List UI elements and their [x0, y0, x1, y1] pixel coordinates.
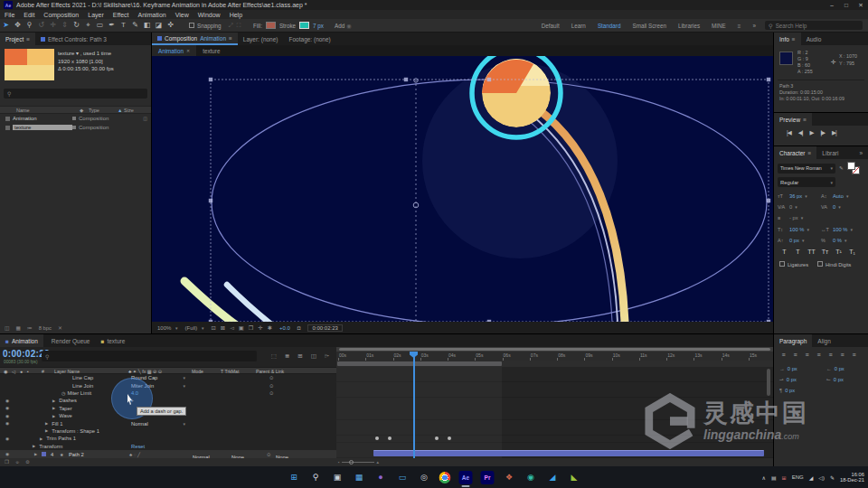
stroke-width-field[interactable]: ≡ - px▾ — [778, 215, 821, 221]
tab-effect-controls[interactable]: Effect Controls: Path 3 — [35, 33, 112, 45]
menu-item[interactable]: Composition — [39, 12, 83, 18]
snapping-toggle[interactable]: Snapping — [189, 23, 222, 29]
timeline-tab[interactable]: Render Queue — [43, 334, 96, 347]
fill-color-swatch[interactable] — [266, 22, 276, 29]
menu-item[interactable]: Effect — [108, 12, 134, 18]
expand-arrow-icon[interactable]: ▶ — [52, 399, 55, 403]
indent-field[interactable]: → 0 px — [774, 363, 821, 374]
timeline-scrollbar[interactable] — [767, 369, 770, 396]
property-label[interactable]: Fill 1 — [52, 421, 62, 427]
eye-icon[interactable]: ◉ — [5, 414, 9, 418]
pickwhip-icon[interactable]: ⊙ — [269, 390, 274, 396]
faux-style-button[interactable]: T — [793, 249, 803, 255]
minimize-button[interactable]: – — [825, 2, 839, 9]
brush-tool-icon[interactable]: ✎ — [129, 19, 141, 32]
project-footer-icon[interactable]: ▦ — [15, 325, 20, 331]
start-button[interactable]: ⊞ — [288, 471, 301, 484]
viewer-subtab[interactable]: texture — [196, 45, 229, 56]
keyframe-dot[interactable] — [435, 436, 439, 440]
viewport-option-icon[interactable]: ◅ — [230, 324, 234, 331]
baseline-shift-field[interactable]: A↑ 0 px▾ — [778, 238, 821, 243]
indent-field[interactable]: ↼ 0 px — [821, 374, 868, 385]
tab-character[interactable]: Character ≡ — [774, 146, 816, 159]
exposure-value[interactable]: +0.0 — [279, 325, 290, 331]
premiere-icon[interactable]: Pr — [481, 471, 495, 484]
alignment-button[interactable]: ≡ — [791, 352, 799, 358]
layer-color-swatch[interactable] — [42, 452, 46, 456]
property-label[interactable]: Transform : Shape 1 — [52, 428, 99, 434]
menu-item[interactable]: Layer — [83, 12, 108, 18]
panel-menu-icon[interactable]: ≡ — [803, 117, 807, 123]
taskbar-clock[interactable]: 16:0618-Dec-21 — [840, 472, 864, 483]
viewport-option-icon[interactable]: ▣ — [239, 324, 244, 331]
pickwhip-icon[interactable]: ⊙ — [269, 383, 274, 389]
maximize-button[interactable]: □ — [839, 2, 854, 9]
timeline-toolbar-icon[interactable]: ≣ — [285, 352, 289, 360]
pan-camera-tool-icon[interactable]: ✛ — [47, 19, 59, 32]
orbit-camera-tool-icon[interactable]: ↺ — [35, 19, 47, 32]
timeline-toolbar-icon[interactable]: ◫ — [311, 352, 316, 360]
hand-tool-icon[interactable]: ✥ — [12, 19, 24, 32]
layer-row-path2[interactable]: ◉ ▶ 4 ★ Path 2 ♣ ◌ ╱ Normal ▾ None ▾ ⊙ N… — [0, 450, 336, 458]
project-footer-icon[interactable]: 8 bpc — [39, 325, 52, 331]
property-label[interactable]: Taper — [59, 406, 72, 411]
pickwhip-icon[interactable]: ⊙ — [269, 375, 274, 380]
timeline-toggle-icon[interactable]: ⌯ — [15, 459, 19, 465]
workspace-tab[interactable]: MINE — [712, 23, 726, 29]
search-icon[interactable]: ⚲ — [309, 471, 323, 484]
viewport-option-icon[interactable]: ⊡ — [211, 324, 215, 331]
keyframe-dot[interactable] — [388, 436, 392, 440]
expand-arrow-icon[interactable]: ▶ — [40, 436, 42, 441]
chat-icon[interactable]: ● — [374, 471, 388, 484]
tab-preview[interactable]: Preview ≡ — [774, 113, 812, 126]
expand-arrow-icon[interactable]: ▶ — [52, 406, 55, 410]
workspace-tab[interactable]: Standard — [598, 23, 621, 29]
add-button[interactable]: ◉ — [346, 23, 352, 29]
workspace-menu-icon[interactable]: ≡ — [738, 23, 741, 29]
timeline-zoom-slider[interactable]: ▪▲ — [338, 460, 380, 465]
stroke-color-swatch[interactable] — [299, 22, 309, 29]
property-label[interactable]: Wave — [59, 413, 72, 418]
widgets-icon[interactable]: ▦ — [353, 471, 366, 484]
viewport-option-icon[interactable]: ⊠ — [221, 324, 225, 331]
tab-paragraph[interactable]: Paragraph — [774, 334, 812, 347]
property-label[interactable]: Miter Limit — [67, 390, 91, 396]
project-search-input[interactable]: ⚲ — [4, 89, 147, 99]
workspace-tab[interactable]: Small Screen — [632, 23, 665, 29]
eye-icon[interactable]: ◉ — [5, 406, 9, 410]
vscode-icon[interactable]: ◢ — [546, 471, 560, 484]
text-color-swatches[interactable] — [847, 162, 861, 174]
alignment-button[interactable]: ≡ — [815, 352, 823, 358]
indent-field[interactable]: ← 0 px — [821, 363, 868, 374]
panel-menu-icon[interactable]: ≡ — [792, 36, 796, 42]
stroke-label[interactable]: Stroke — [279, 23, 296, 29]
project-footer-icon[interactable]: ✕ — [58, 325, 62, 331]
alignment-button[interactable]: ≡ — [803, 352, 811, 358]
property-label[interactable]: Dashes — [59, 398, 77, 403]
tab-align[interactable]: Align — [812, 334, 835, 347]
workspace-tab[interactable]: Libraries — [678, 23, 700, 29]
close-icon[interactable]: ✕ — [186, 48, 190, 53]
eye-icon[interactable]: ◉ — [5, 452, 9, 456]
tab-footage[interactable]: Footage: (none) — [284, 33, 336, 45]
alignment-button[interactable]: ≡ — [850, 352, 858, 358]
display-app-icon[interactable]: ▭ — [396, 471, 410, 484]
eye-icon[interactable]: ◉ — [5, 399, 9, 403]
timeline-toolbar-icon[interactable]: ⬚ — [271, 352, 277, 360]
tab-info[interactable]: Info ≡ — [774, 33, 801, 45]
alignment-button[interactable]: ≡ — [779, 352, 788, 358]
tsume-field[interactable]: % 0 %▾ — [821, 238, 864, 243]
horizontal-scale-field[interactable]: ↔T 100 %▾ — [821, 227, 864, 232]
mask-shape-tool-icon[interactable]: ▭ — [94, 19, 106, 32]
expand-arrow-icon[interactable]: ▶ — [52, 414, 55, 418]
viewport-option-icon[interactable]: ❒ — [249, 324, 254, 331]
snapshot-camera-icon[interactable]: ◘ — [297, 325, 301, 331]
chrome-icon[interactable] — [439, 472, 451, 483]
faux-style-button[interactable]: T¹ — [834, 249, 844, 255]
last-frame-button[interactable]: ▶| — [832, 129, 836, 136]
timeline-tab[interactable]: ■ texture — [95, 334, 130, 347]
resolution-select[interactable]: (Full) ▾ — [185, 325, 204, 331]
menu-item[interactable]: Edit — [19, 12, 39, 18]
pickwhip-icon[interactable]: ⊙ — [267, 452, 271, 457]
timeline-toggle-icon[interactable]: ⊜ — [25, 459, 30, 465]
